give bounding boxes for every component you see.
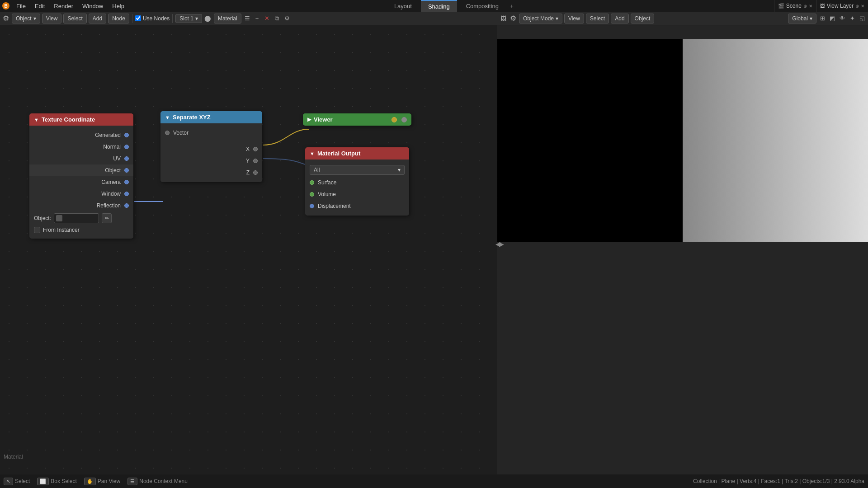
overlay-icon5[interactable]: ◱ bbox=[858, 14, 866, 23]
select-btn[interactable]: Select bbox=[63, 14, 86, 23]
object-mode-label: Object Mode bbox=[523, 15, 554, 22]
node-sxyz-title: Separate XYZ bbox=[173, 114, 211, 121]
node-sxyz-collapse[interactable]: ▼ bbox=[165, 115, 170, 120]
scene-close-icon[interactable]: ✕ bbox=[809, 4, 812, 9]
node-sxyz-z-label: Z bbox=[246, 169, 250, 176]
node-mo-body: All ▾ Surface Volume Displacement bbox=[305, 160, 409, 216]
viewlayer-block[interactable]: 🖼 View Layer ⊕ ✕ bbox=[816, 0, 868, 12]
node-sxyz-vector-socket[interactable] bbox=[165, 131, 170, 135]
menu-help[interactable]: Help bbox=[108, 0, 129, 12]
node-btn[interactable]: Node bbox=[108, 14, 129, 23]
node-tc-generated-socket[interactable] bbox=[124, 133, 129, 137]
overlay-icon2[interactable]: ◩ bbox=[828, 14, 836, 23]
bottom-bar: ↖ Select ⬜ Box Select ✋ Pan View ☰ Node … bbox=[0, 474, 868, 488]
global-label: Global bbox=[792, 15, 808, 22]
node-mo-surface-socket[interactable] bbox=[310, 180, 314, 185]
global-btn[interactable]: Global ▾ bbox=[788, 14, 816, 23]
right-collapse-arrow[interactable]: ▶ bbox=[499, 240, 504, 248]
node-tc-normal-socket[interactable] bbox=[124, 145, 129, 149]
material-settings-icon[interactable]: ⚙ bbox=[283, 14, 291, 23]
context-btn[interactable]: Object ▾ bbox=[12, 14, 40, 23]
tab-layout[interactable]: Layout bbox=[387, 0, 419, 12]
node-context-label: Node Context Menu bbox=[139, 478, 188, 484]
node-viewer-collapse[interactable]: ▶ bbox=[307, 117, 311, 122]
add-btn[interactable]: Add bbox=[89, 14, 106, 23]
node-mo-volume-socket[interactable] bbox=[310, 192, 314, 197]
node-tc-instancer-checkbox[interactable] bbox=[34, 227, 40, 233]
right-add-btn[interactable]: Add bbox=[611, 14, 628, 23]
sphere-icon: ⬤ bbox=[204, 14, 212, 23]
right-select-btn[interactable]: Select bbox=[586, 14, 609, 23]
overlay-icon1[interactable]: ⊞ bbox=[818, 14, 826, 23]
tab-compositing[interactable]: Compositing bbox=[459, 0, 506, 12]
material-browse-icon[interactable]: ☰ bbox=[243, 14, 251, 23]
node-sxyz-y-label: Y bbox=[246, 158, 250, 164]
status-node-context: ☰ Node Context Menu bbox=[127, 478, 188, 485]
scene-expand-icon: ⊕ bbox=[803, 4, 807, 9]
use-nodes-input[interactable] bbox=[135, 15, 141, 21]
material-copy-icon[interactable]: ⧉ bbox=[273, 14, 281, 23]
material-new-icon[interactable]: + bbox=[253, 14, 261, 23]
node-separate-xyz[interactable]: ▼ Separate XYZ Vector X Y Z bbox=[160, 111, 262, 182]
right-object-btn[interactable]: Object bbox=[631, 14, 655, 23]
context-type-icon: ⚙ bbox=[2, 14, 10, 23]
node-viewer-input-socket[interactable] bbox=[392, 117, 397, 122]
menu-file[interactable]: File bbox=[12, 0, 30, 12]
node-sxyz-z-socket[interactable] bbox=[253, 170, 258, 175]
overlay-icon3[interactable]: 👁 bbox=[838, 14, 846, 23]
node-tc-reflection-socket[interactable] bbox=[124, 203, 129, 208]
node-editor: ▼ Texture Coordinate Generated Normal UV… bbox=[0, 25, 497, 474]
node-tc-camera-row: Camera bbox=[29, 176, 133, 188]
node-mo-displacement-socket[interactable] bbox=[310, 204, 314, 208]
right-view-btn[interactable]: View bbox=[564, 14, 584, 23]
node-sxyz-z-row: Z bbox=[160, 167, 262, 178]
node-mo-displacement-label: Displacement bbox=[318, 203, 351, 209]
view-btn[interactable]: View bbox=[42, 14, 62, 23]
node-tc-body: Generated Normal UV Object Camera bbox=[29, 126, 133, 239]
menu-window[interactable]: Window bbox=[78, 0, 108, 12]
box-select-label: Box Select bbox=[51, 478, 76, 484]
box-select-icon: ⬜ bbox=[37, 478, 49, 485]
node-sxyz-y-socket[interactable] bbox=[253, 159, 258, 163]
node-viewer-output-socket[interactable] bbox=[401, 117, 407, 122]
overlay-icon4[interactable]: ✦ bbox=[848, 14, 856, 23]
node-tc-generated-row: Generated bbox=[29, 129, 133, 141]
context-chevron: ▾ bbox=[33, 15, 36, 22]
select-label: Select bbox=[15, 478, 30, 484]
node-viewer[interactable]: ▶ Viewer bbox=[303, 113, 411, 126]
node-tc-camera-label: Camera bbox=[101, 179, 121, 185]
node-mo-volume-label: Volume bbox=[318, 191, 336, 197]
node-tc-eyedropper-btn[interactable]: ✏ bbox=[102, 213, 112, 223]
node-mo-dropdown[interactable]: All ▾ bbox=[310, 165, 405, 175]
right-toolbar: 🖼 ⚙ Object Mode ▾ View Select Add Object… bbox=[497, 12, 868, 25]
tab-shading[interactable]: Shading bbox=[421, 0, 457, 12]
material-delete-icon[interactable]: ✕ bbox=[263, 14, 271, 23]
menu-render[interactable]: Render bbox=[49, 0, 78, 12]
add-workspace-btn[interactable]: + bbox=[508, 2, 516, 10]
node-tc-uv-socket[interactable] bbox=[124, 156, 129, 161]
slot-label: Slot 1 bbox=[179, 15, 193, 22]
slot-dropdown[interactable]: Slot 1 ▾ bbox=[175, 14, 202, 23]
scene-block[interactable]: 🎬 Scene ⊕ ✕ bbox=[774, 0, 816, 12]
node-sxyz-vector-row: Vector bbox=[160, 127, 262, 139]
node-tc-window-socket[interactable] bbox=[124, 192, 129, 196]
viewlayer-close-icon[interactable]: ✕ bbox=[861, 4, 864, 9]
material-btn[interactable]: Material bbox=[214, 14, 241, 23]
object-mode-btn[interactable]: Object Mode ▾ bbox=[519, 14, 562, 23]
node-texture-coordinate[interactable]: ▼ Texture Coordinate Generated Normal UV… bbox=[29, 113, 133, 239]
node-sxyz-x-socket[interactable] bbox=[253, 147, 258, 151]
node-tc-object-input[interactable] bbox=[54, 213, 99, 223]
node-canvas bbox=[0, 25, 497, 474]
status-box-select: ⬜ Box Select bbox=[37, 478, 76, 485]
node-tc-object-socket[interactable] bbox=[124, 168, 129, 173]
node-tc-collapse[interactable]: ▼ bbox=[34, 117, 39, 122]
node-material-output[interactable]: ▼ Material Output All ▾ Surface Volume D… bbox=[305, 147, 409, 216]
node-editor-label: Material bbox=[4, 454, 23, 460]
use-nodes-checkbox[interactable]: Use Nodes bbox=[135, 15, 170, 22]
node-tc-normal-label: Normal bbox=[103, 144, 121, 150]
right-panel bbox=[497, 25, 868, 474]
menu-edit[interactable]: Edit bbox=[30, 0, 49, 12]
node-mo-collapse[interactable]: ▼ bbox=[310, 151, 315, 156]
node-tc-reflection-row: Reflection bbox=[29, 200, 133, 211]
node-tc-camera-socket[interactable] bbox=[124, 180, 129, 184]
